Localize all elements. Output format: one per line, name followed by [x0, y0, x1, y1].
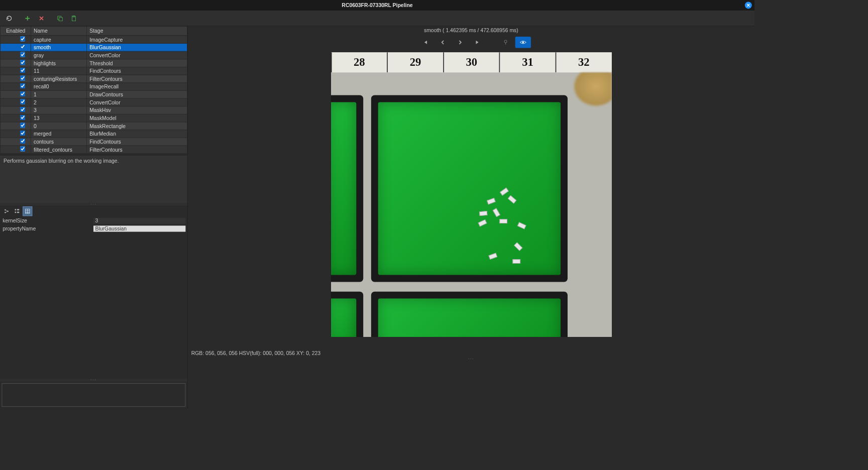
prop-kernelsize-value[interactable]: 3 [93, 218, 185, 224]
tray-main [371, 95, 567, 282]
prop-view-sheet[interactable] [23, 206, 32, 216]
pin-button[interactable] [498, 37, 513, 48]
table-row[interactable]: 3MaskHsv [0, 106, 187, 114]
cell-stage: ImageRecall [87, 83, 187, 91]
table-row[interactable]: 13MaskModel [0, 114, 187, 122]
first-button[interactable] [417, 37, 433, 48]
cell-stage: BlurGaussian [87, 43, 187, 51]
cell-name: contours [31, 138, 86, 146]
bottom-text-input[interactable] [2, 383, 185, 407]
cell-name: highlights [31, 59, 86, 67]
tree-icon [4, 208, 10, 214]
splitter-horizontal[interactable] [0, 203, 187, 205]
titlebar: RC0603FR-07330RL Pipeline [0, 0, 754, 11]
enabled-checkbox[interactable] [20, 83, 25, 88]
cell-name: 1 [31, 90, 86, 98]
cell-stage: Threshold [87, 59, 187, 67]
window-title: RC0603FR-07330RL Pipeline [342, 2, 412, 8]
refresh-button[interactable] [3, 12, 16, 24]
enabled-checkbox[interactable] [20, 68, 25, 73]
delete-button[interactable] [35, 12, 48, 24]
table-row[interactable]: grayConvertColor [0, 51, 187, 59]
table-row[interactable]: recall0ImageRecall [0, 83, 187, 91]
sheet-icon [25, 208, 31, 214]
pipeline-table-scroll[interactable]: Enabled Name Stage captureImageCapturesm… [0, 26, 187, 155]
add-button[interactable] [21, 12, 34, 24]
component-chip [499, 219, 507, 223]
svg-rect-7 [15, 209, 17, 210]
table-row[interactable]: 0MaskRectangle [0, 122, 187, 130]
col-stage[interactable]: Stage [87, 27, 187, 36]
stain [572, 72, 611, 107]
prop-propertyname-row[interactable]: propertyName BlurGaussian [2, 225, 185, 233]
cell-stage: MaskModel [87, 114, 187, 122]
cell-stage: MaskHsv [87, 106, 187, 114]
enabled-checkbox[interactable] [20, 99, 25, 104]
enabled-checkbox[interactable] [20, 91, 25, 96]
table-row[interactable]: mergedBlurMedian [0, 130, 187, 138]
skip-last-icon [475, 39, 481, 45]
table-row[interactable]: captureImageCapture [0, 36, 187, 44]
cell-name: 11 [31, 67, 86, 75]
tray-bottom [371, 292, 567, 337]
bottom-right-panel [188, 361, 754, 409]
enabled-checkbox[interactable] [20, 107, 25, 112]
list-icon [14, 208, 20, 214]
splitter-right-lower[interactable] [188, 358, 754, 361]
table-row[interactable]: 11FindContours [0, 67, 187, 75]
col-name[interactable]: Name [31, 27, 86, 36]
prop-kernelsize-row[interactable]: kernelSize 3 [2, 217, 185, 225]
svg-point-12 [504, 40, 507, 43]
paste-button[interactable] [67, 12, 80, 24]
ruler: 2829303132 [331, 52, 611, 72]
prop-propertyname-value[interactable]: BlurGaussian [93, 225, 185, 231]
enabled-checkbox[interactable] [20, 75, 25, 80]
svg-rect-10 [17, 212, 19, 213]
cell-stage: FilterContours [87, 146, 187, 154]
copy-button[interactable] [53, 12, 66, 24]
last-button[interactable] [470, 37, 485, 48]
table-row[interactable]: highlightsThreshold [0, 59, 187, 67]
enabled-checkbox[interactable] [20, 115, 25, 120]
pin-icon [502, 39, 508, 45]
view-toggle[interactable] [515, 37, 531, 48]
enabled-checkbox[interactable] [20, 131, 25, 136]
enabled-checkbox[interactable] [20, 139, 25, 144]
svg-rect-8 [15, 212, 17, 213]
component-chip [507, 195, 516, 204]
table-row[interactable]: 1DrawContours [0, 90, 187, 98]
table-row[interactable]: conturingResistorsFilterContours [0, 75, 187, 83]
component-chip [487, 198, 496, 205]
enabled-checkbox[interactable] [20, 123, 25, 128]
cell-name: 0 [31, 122, 86, 130]
table-row[interactable]: filtered_contoursFilterContours [0, 146, 187, 154]
refresh-icon [6, 15, 13, 22]
prev-button[interactable] [435, 37, 451, 48]
clipboard-icon [71, 15, 77, 21]
tray-bottom-left [331, 292, 363, 337]
table-row[interactable]: 2ConvertColor [0, 98, 187, 106]
prop-view-categorized[interactable] [12, 206, 22, 216]
chevron-right-icon [458, 40, 463, 45]
enabled-checkbox[interactable] [20, 146, 25, 151]
enabled-checkbox[interactable] [20, 52, 25, 57]
enabled-checkbox[interactable] [20, 44, 25, 49]
background [331, 72, 611, 337]
splitter-lower[interactable] [0, 379, 187, 381]
cell-name: gray [31, 51, 86, 59]
component-chip [512, 259, 520, 264]
property-toolbar [0, 205, 187, 217]
prop-propertyname-label: propertyName [2, 225, 93, 231]
table-row[interactable]: smoothBlurGaussian [0, 43, 187, 51]
skip-first-icon [422, 39, 428, 45]
copy-icon [57, 15, 63, 21]
svg-rect-1 [59, 17, 62, 21]
next-button[interactable] [452, 37, 468, 48]
image-viewport[interactable]: 2829303132 [188, 50, 754, 348]
table-row[interactable]: contoursFindContours [0, 138, 187, 146]
enabled-checkbox[interactable] [20, 60, 25, 65]
enabled-checkbox[interactable] [20, 36, 25, 41]
close-button[interactable] [745, 2, 752, 9]
col-enabled[interactable]: Enabled [0, 27, 31, 36]
prop-view-tree[interactable] [2, 206, 11, 216]
